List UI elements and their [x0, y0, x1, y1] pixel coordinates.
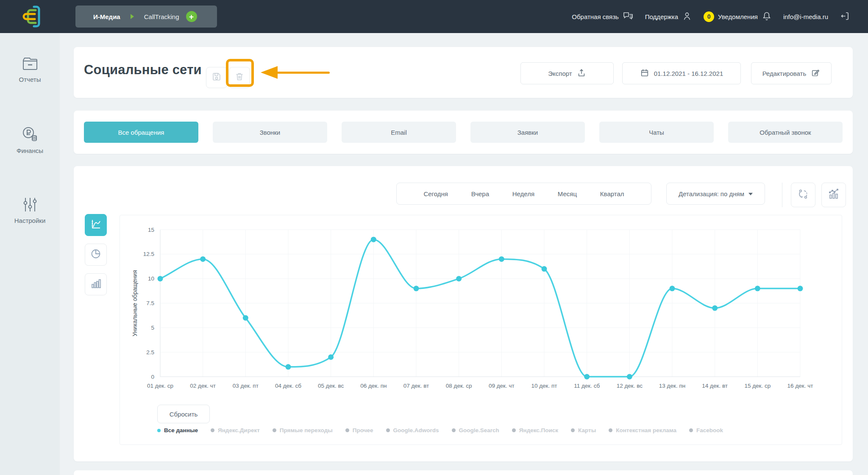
legend-item-4[interactable]: Google.Adwords	[386, 427, 439, 433]
next-section-card	[74, 470, 853, 475]
detail-dropdown[interactable]: Детализация: по дням	[666, 183, 765, 205]
sidebar-item-settings[interactable]: Настройки	[0, 196, 60, 224]
period-option-0[interactable]: Сегодня	[423, 190, 448, 197]
finance-ruble-icon	[0, 125, 60, 143]
sidebar: Отчеты Финансы Настройки	[0, 33, 60, 475]
annotation-arrow-head	[261, 66, 278, 79]
period-option-3[interactable]: Месяц	[558, 190, 577, 197]
period-selector: СегодняВчераНеделяМесяцКвартал	[396, 183, 651, 205]
legend-item-7[interactable]: Карты	[571, 427, 596, 433]
chart-type-line-button[interactable]	[85, 214, 107, 236]
support-link[interactable]: Поддержка	[645, 11, 692, 22]
notifications-link[interactable]: 0 Уведомления	[704, 11, 772, 22]
edit-button[interactable]: Редактировать	[751, 62, 832, 84]
chart-type-bar-button[interactable]	[85, 273, 107, 295]
chart-card: СегодняВчераНеделяМесяцКвартал Детализац…	[74, 166, 853, 461]
breadcrumb-caret-icon	[131, 14, 134, 19]
logout-button[interactable]	[840, 11, 850, 22]
svg-text:7.5: 7.5	[146, 300, 154, 306]
divider	[782, 183, 782, 207]
feedback-link[interactable]: Обратная связь	[572, 11, 634, 22]
annotation-highlight-box	[226, 59, 254, 87]
export-label: Экспорт	[548, 70, 572, 77]
svg-text:14 дек. вт: 14 дек. вт	[702, 383, 728, 389]
legend-dot-icon	[571, 428, 575, 432]
legend-item-label: Google.Search	[459, 427, 499, 433]
legend-dot-icon	[512, 428, 516, 432]
legend-item-5[interactable]: Google.Search	[452, 427, 499, 433]
svg-text:01 дек. ср: 01 дек. ср	[147, 383, 173, 389]
tab-0[interactable]: Все обращения	[84, 122, 198, 143]
legend-item-label: Facebook	[696, 427, 723, 433]
period-option-4[interactable]: Квартал	[600, 190, 624, 197]
save-report-button[interactable]	[206, 67, 227, 88]
chart-area: 02.557.51012.51501 дек. ср02 дек. чт03 д…	[120, 215, 842, 445]
bar-chart-icon	[90, 278, 102, 291]
page-title: Социальные сети	[84, 62, 202, 78]
edit-pencil-icon	[811, 68, 820, 79]
svg-text:03 дек. пт: 03 дек. пт	[233, 383, 259, 389]
line-chart-icon	[90, 218, 102, 232]
legend-item-label: Контекстная реклама	[616, 427, 676, 433]
period-option-1[interactable]: Вчера	[471, 190, 489, 197]
legend-item-label: Яндекс.Директ	[218, 427, 260, 433]
svg-text:16 дек. чт: 16 дек. чт	[787, 383, 813, 389]
date-range-button[interactable]: 01.12.2021 - 16.12.2021	[622, 62, 741, 84]
legend-item-9[interactable]: Facebook	[689, 427, 723, 433]
topbar: И-Медиа CallTracking + Обратная связь По…	[0, 0, 868, 33]
date-range-value: 01.12.2021 - 16.12.2021	[654, 70, 723, 77]
add-project-button[interactable]: +	[186, 11, 197, 22]
compare-cycle-icon	[797, 188, 810, 202]
svg-text:09 дек. чт: 09 дек. чт	[489, 383, 515, 389]
tab-3[interactable]: Заявки	[470, 122, 585, 143]
legend-dot-icon	[157, 429, 161, 432]
legend-item-2[interactable]: Прямые переходы	[273, 427, 333, 433]
legend-item-label: Яндекс.Поиск	[519, 427, 558, 433]
svg-text:0: 0	[151, 374, 154, 380]
tab-4[interactable]: Чаты	[599, 122, 714, 143]
sidebar-item-reports-label: Отчеты	[0, 76, 60, 83]
sidebar-item-reports[interactable]: Отчеты	[0, 55, 60, 83]
legend-item-6[interactable]: Яндекс.Поиск	[512, 427, 558, 433]
sidebar-item-settings-label: Настройки	[0, 217, 60, 224]
reports-folder-icon	[0, 55, 60, 72]
period-option-2[interactable]: Неделя	[512, 190, 534, 197]
svg-text:11 дек. сб: 11 дек. сб	[574, 383, 600, 389]
sidebar-item-finance[interactable]: Финансы	[0, 125, 60, 154]
feedback-chat-icon	[623, 11, 634, 22]
tab-2[interactable]: Email	[342, 122, 456, 143]
svg-text:5: 5	[151, 325, 154, 331]
svg-text:15: 15	[148, 227, 154, 233]
ratings-chart-button[interactable]	[821, 183, 846, 207]
legend-dot-icon	[345, 428, 349, 432]
legend-item-0[interactable]: Все данные	[157, 427, 198, 433]
breadcrumb-product[interactable]: CallTracking	[144, 13, 179, 20]
compare-periods-button[interactable]	[791, 183, 815, 207]
user-email[interactable]: info@i-media.ru	[783, 13, 828, 20]
svg-text:Уникальные обращения: Уникальные обращения	[131, 270, 138, 336]
reset-button[interactable]: Сбросить	[157, 405, 210, 423]
support-person-icon	[682, 11, 692, 22]
legend-item-8[interactable]: Контекстная реклама	[609, 427, 676, 433]
svg-text:06 дек. пн: 06 дек. пн	[360, 383, 387, 389]
user-email-text: info@i-media.ru	[783, 13, 828, 20]
tab-1[interactable]: Звонки	[213, 122, 327, 143]
legend-dot-icon	[211, 428, 214, 432]
svg-text:08 дек. ср: 08 дек. ср	[446, 383, 472, 389]
tab-5[interactable]: Обратный звонок	[728, 122, 843, 143]
bars-trend-icon	[827, 188, 840, 202]
logout-icon	[840, 11, 850, 22]
breadcrumb-account[interactable]: И-Медиа	[93, 13, 120, 20]
imedia-logo-icon[interactable]	[21, 4, 43, 31]
chart-legend: Все данныеЯндекс.ДиректПрямые переходыПр…	[157, 427, 723, 433]
chart-type-pie-button[interactable]	[85, 244, 107, 266]
svg-text:10: 10	[148, 275, 154, 282]
legend-item-3[interactable]: Прочее	[345, 427, 373, 433]
export-button[interactable]: Экспорт	[520, 62, 614, 84]
legend-item-1[interactable]: Яндекс.Директ	[211, 427, 260, 433]
detail-dropdown-label: Детализация: по дням	[679, 190, 744, 197]
annotation-arrow-line	[276, 72, 330, 74]
legend-item-label: Прочее	[353, 427, 373, 433]
breadcrumb[interactable]: И-Медиа CallTracking +	[75, 6, 217, 28]
svg-text:02 дек. чт: 02 дек. чт	[190, 383, 216, 389]
